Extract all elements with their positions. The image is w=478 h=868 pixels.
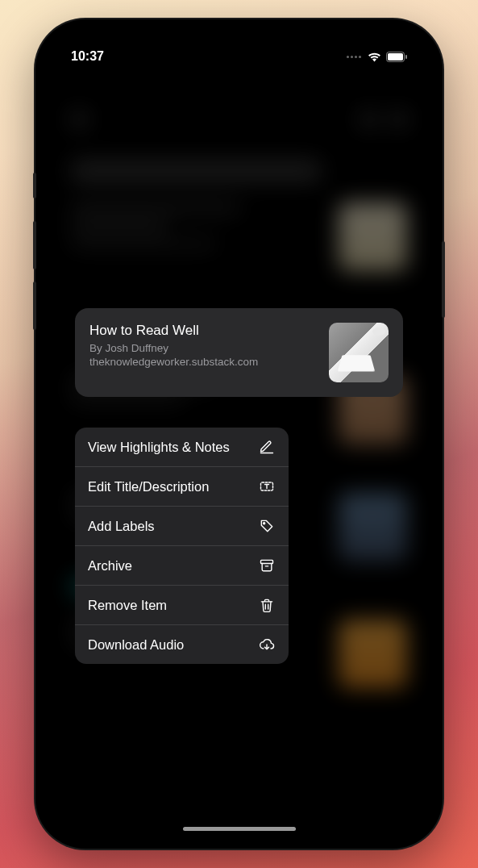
- preview-author: By Josh Duffney: [89, 342, 318, 354]
- device-frame: 10:37: [35, 19, 443, 849]
- menu-label: Edit Title/Description: [88, 479, 209, 495]
- menu-item-edit-title[interactable]: Edit Title/Description: [75, 467, 289, 507]
- menu-item-archive[interactable]: Archive: [75, 546, 289, 586]
- article-preview-card[interactable]: How to Read Well By Josh Duffney theknow…: [75, 308, 403, 397]
- cellular-dots-icon: [347, 56, 361, 58]
- preview-text-block: How to Read Well By Josh Duffney theknow…: [89, 323, 318, 382]
- status-icons: [347, 52, 407, 62]
- svg-rect-1: [388, 53, 403, 61]
- svg-point-4: [264, 523, 265, 524]
- archive-icon: [258, 557, 276, 574]
- svg-rect-2: [405, 55, 407, 59]
- status-time: 10:37: [71, 49, 104, 64]
- mute-switch: [33, 173, 36, 198]
- notch: [160, 31, 318, 58]
- volume-up-button: [33, 221, 36, 269]
- wifi-icon: [368, 52, 381, 62]
- svg-rect-5: [261, 560, 273, 563]
- menu-label: Archive: [88, 558, 132, 574]
- power-button: [442, 241, 445, 318]
- menu-item-view-highlights[interactable]: View Highlights & Notes: [75, 428, 289, 467]
- menu-label: Remove Item: [88, 598, 167, 613]
- menu-label: Add Labels: [88, 519, 155, 534]
- tag-icon: [258, 517, 276, 535]
- menu-item-add-labels[interactable]: Add Labels: [75, 507, 289, 546]
- preview-title: How to Read Well: [89, 323, 318, 339]
- menu-label: View Highlights & Notes: [88, 440, 230, 455]
- context-menu: View Highlights & Notes Edit Title/Descr…: [75, 428, 289, 664]
- menu-item-remove[interactable]: Remove Item: [75, 586, 289, 625]
- menu-item-download-audio[interactable]: Download Audio: [75, 625, 289, 664]
- preview-thumbnail: [329, 323, 389, 382]
- pencil-icon: [258, 438, 276, 456]
- menu-label: Download Audio: [88, 637, 184, 653]
- home-indicator[interactable]: [183, 827, 296, 831]
- preview-source: theknowledgeworker.substack.com: [89, 356, 318, 368]
- cloud-download-icon: [258, 636, 276, 653]
- trash-icon: [258, 596, 276, 614]
- screen: 10:37: [47, 31, 431, 837]
- text-frame-icon: [258, 478, 276, 495]
- volume-down-button: [33, 282, 36, 330]
- battery-icon: [386, 52, 407, 62]
